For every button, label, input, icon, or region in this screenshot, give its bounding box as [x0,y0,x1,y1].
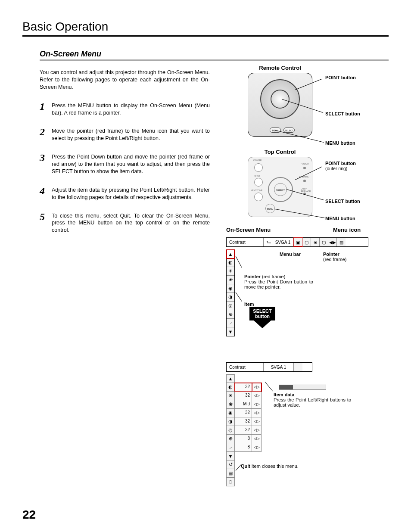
anno-pointer-top: Pointer (red frame) [323,252,346,262]
value-cell: 32 [235,383,252,392]
chapter-title: Basic Operation [22,20,389,37]
section-title: On-Screen Menu [40,50,389,61]
osm-row: ◎ 32 ◁▷ [226,426,274,435]
osm-header-right: Menu icon [333,227,361,233]
down-arrow-icon: ▼ [227,327,234,336]
color-icon: ❀ [226,400,235,409]
sharpness-icon: ⊕ [227,310,234,319]
page-number: 22 [22,508,36,522]
osm-data-rows: ▲ ◐ 32 ◁▷ ☀ 32 ◁▷ ❀ Mid ◁▷ [226,374,274,486]
power-label: POWER [301,162,309,165]
intro-paragraph: You can control and adjust this projecto… [40,69,210,91]
value-cell: Mid [235,400,252,409]
menu-icon: ▧ [337,238,346,246]
step-number: 5 [40,212,52,234]
menu-icon: ◀▶ [328,238,337,246]
lead-line [236,256,242,268]
top-control-box: ON-OFF INPUT KEYSTONE POWER WARNING LAMP… [248,157,312,217]
anno-pointer-side: Pointer (red frame) Press the Point Down… [244,274,313,289]
step-number: 3 [40,152,52,175]
top-control-title: Top Control [248,149,312,155]
page: Basic Operation On-Screen Menu You can c… [0,0,411,258]
slider [279,385,326,390]
osm-row: ⊕ 8 ◁▷ [226,435,274,443]
arrow-down-icon [254,320,271,328]
lamp-label: LAMP REPLACE [301,187,313,193]
adjust-arrows-icon: ◁▷ [252,409,262,417]
adjust-arrows-icon: ◁▷ [252,426,262,435]
osm-diagram: On-Screen Menu Menu icon Contrast ⮑ SVGA… [226,227,377,486]
osm-row: ◉ 32 ◁▷ [226,409,274,417]
select-arrow: SELECT button [249,307,275,328]
anno-item: Item [244,302,254,307]
adjust-arrows-icon: ◁▷ [252,400,262,409]
menu-bar-2: Contrast SVGA 1 [226,362,312,372]
osm-row: ◑ 32 ◁▷ [226,417,274,426]
step-text: Press the MENU button to display the On-… [52,102,210,117]
value-cell: 32 [235,392,252,400]
step-text: Adjust the item data by pressing the Poi… [52,187,210,201]
osm-row: ▼ [226,452,274,460]
remote-control-diagram: Remote Control MENU SELECT POINT button … [226,65,377,137]
value-cell: 32 [235,426,252,435]
callout-subtext: (outer ring) [325,166,347,171]
input-btn [254,178,263,187]
keystone-btn [254,193,263,201]
quit-icon: ▯ [226,478,235,486]
up-arrow-icon: ▲ [226,374,235,383]
remote-select-btn: SELECT [283,128,295,133]
power-led [303,167,306,169]
menu-icon: ▢ [320,238,328,246]
callout-menu: MENU button [325,140,355,146]
menubar-title: Contrast [227,238,264,246]
select-text-1: SELECT [253,308,271,314]
callout-text: POINT button [325,161,356,166]
callout-menu: MENU button [325,216,355,221]
adjust-arrows-icon: ◁▷ [252,383,262,392]
contrast-icon: ◐ [226,383,235,392]
value-cell: 32 [235,409,252,417]
color-icon: ❀ [227,276,234,284]
onoff-label: ON-OFF [253,159,262,162]
steps-list: 1 Press the MENU button to display the O… [40,102,210,234]
menu-icon: ▢ [302,238,311,246]
input-label: INPUT [254,174,260,177]
menubar-title: Contrast [227,363,264,371]
sidebar-icons: ▲ ◐ ☀ ❀ ◉ ◑ ◎ ⊕ ⟋ ▼ [226,249,235,336]
callout-select: SELECT button [325,111,360,116]
colortemp-icon: ◑ [226,417,235,426]
osm-row: ☀ 32 ◁▷ [226,392,274,400]
step-3: 3 Press the Point Down button and move t… [40,153,210,175]
adjust-arrows-icon: ◁▷ [252,443,262,452]
osm-row: ▲ [226,374,274,383]
brightness-icon: ☀ [226,392,235,400]
adjust-arrows-icon: ◁▷ [252,435,262,443]
right-column: Remote Control MENU SELECT POINT button … [226,65,377,486]
osm-row: ❀ Mid ◁▷ [226,400,274,409]
down-arrow-icon: ▼ [226,452,235,460]
menubar-svga: SVGA 1 [271,365,286,370]
gamma-icon: ⟋ [226,443,235,452]
remote-title: Remote Control [248,65,312,71]
gamma-icon: ⟋ [227,319,234,327]
menubar-cell: ⮑ SVGA 1 [264,238,294,246]
anno-menu-bar: Menu bar [280,252,301,257]
up-arrow-icon: ▲ [227,250,234,258]
select-text-2: button [255,314,270,319]
step-number: 1 [40,101,52,117]
callout-select: SELECT button [325,199,360,204]
brightness-icon: ☀ [227,267,234,276]
step-5: 5 To close this menu, select Quit. To cl… [40,212,210,234]
warning-led [303,180,306,182]
menubar-svga: SVGA 1 [275,240,291,245]
step-number: 2 [40,127,52,142]
step-4: 4 Adjust the item data by pressing the P… [40,187,210,201]
onoff-btn [254,163,263,172]
value-cell: 8 [235,443,252,452]
white-icon: ◎ [226,426,235,435]
step-text: Press the Point Down button and move the… [52,153,210,175]
adjust-arrows-icon: ◁▷ [252,392,262,400]
anno-quit: Quit item closes this menu. [241,464,299,469]
step-1: 1 Press the MENU button to display the O… [40,102,210,117]
tint-icon: ◉ [226,409,235,417]
